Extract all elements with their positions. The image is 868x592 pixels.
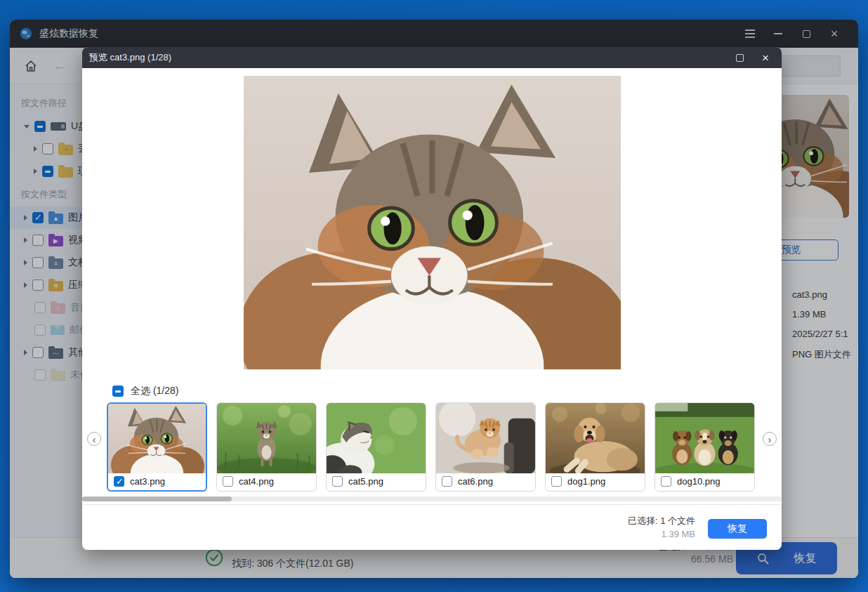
thumbnails-scrollbar[interactable]: [82, 496, 782, 501]
thumbnail-checkbox[interactable]: [332, 476, 343, 487]
thumbnail-checkbox[interactable]: [223, 476, 233, 487]
select-all-checkbox[interactable]: [112, 386, 124, 397]
select-all-label: 全选 (1/28): [131, 385, 178, 397]
thumbnail-filename: cat5.png: [348, 476, 383, 487]
thumbnail-image: [436, 403, 535, 473]
thumbnails-next-button[interactable]: ›: [763, 432, 777, 446]
thumbnail-image: [655, 403, 754, 473]
thumbnail-filename: cat3.png: [130, 476, 165, 487]
dialog-titlebar: 预览 cat3.png (1/28) ×: [82, 47, 782, 68]
select-all-row[interactable]: 全选 (1/28): [112, 385, 178, 397]
thumbnail-checkbox[interactable]: [551, 476, 562, 487]
dialog-recover-button[interactable]: 恢复: [708, 519, 767, 539]
thumbnail-card[interactable]: cat5.png: [326, 402, 426, 492]
thumbnail-checkbox[interactable]: [661, 476, 671, 487]
thumbnail-checkbox[interactable]: [114, 476, 124, 487]
dialog-footer: 已选择: 1 个文件 1.39 MB 恢复: [82, 504, 782, 550]
thumbnail-image: [327, 403, 426, 473]
dialog-title: 预览 cat3.png (1/28): [89, 51, 171, 64]
thumbnail-card[interactable]: cat4.png: [216, 402, 317, 492]
thumbnail-card[interactable]: cat6.png: [435, 402, 536, 492]
chevron-right-icon: ›: [768, 434, 772, 445]
thumbnail-checkbox[interactable]: [442, 476, 452, 487]
thumbnail-card[interactable]: dog1.png: [545, 402, 645, 492]
thumbnail-filename: cat4.png: [239, 476, 274, 487]
dialog-selected-size: 1.39 MB: [628, 527, 695, 541]
thumbnail-filename: dog1.png: [567, 476, 605, 487]
chevron-left-icon: ‹: [93, 434, 96, 445]
thumbnail-filename: dog10.png: [677, 476, 720, 487]
thumbnail-strip: cat3.png cat4.png cat5.png: [107, 402, 755, 492]
dialog-selection-summary: 已选择: 1 个文件 1.39 MB: [628, 514, 695, 541]
dialog-maximize-button[interactable]: [736, 54, 744, 62]
dialog-close-button[interactable]: ×: [762, 52, 769, 64]
thumbnail-card[interactable]: dog10.png: [655, 402, 755, 492]
thumbnail-card[interactable]: cat3.png: [107, 402, 207, 492]
scrollbar-thumb[interactable]: [82, 496, 232, 501]
thumbnail-image: [108, 404, 206, 473]
app-window: 盛炫数据恢复 × ← → 按文件路径 U盘 ( ◔ 丢失: [10, 20, 858, 578]
dialog-selected-count: 已选择: 1 个文件: [628, 514, 695, 527]
thumbnails-prev-button[interactable]: ‹: [87, 432, 101, 446]
thumbnail-image: [217, 403, 316, 473]
thumbnail-filename: cat6.png: [458, 476, 493, 487]
preview-image: [244, 76, 621, 369]
preview-dialog: 预览 cat3.png (1/28) × 全选 (1/28) ‹ › cat3.…: [82, 47, 782, 550]
thumbnail-image: [546, 403, 645, 473]
